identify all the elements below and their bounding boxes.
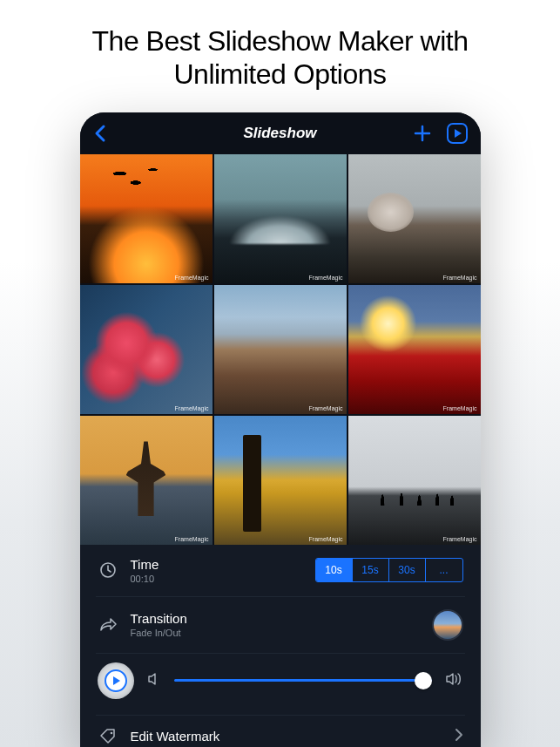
play-button[interactable] — [98, 662, 134, 699]
promo-headline: The Best Slideshow Maker with Unlimited … — [92, 24, 469, 92]
transition-label: Transition — [131, 611, 187, 626]
transition-label-block: Transition Fade In/Out — [131, 611, 187, 638]
play-icon — [105, 669, 127, 692]
transition-value: Fade In/Out — [131, 628, 187, 638]
photo-thumb[interactable]: FrameMagic — [214, 154, 347, 283]
edit-watermark-row[interactable]: Edit Watermark — [96, 716, 465, 747]
volume-low-icon — [146, 671, 162, 690]
watermark-label: FrameMagic — [443, 536, 477, 542]
back-button[interactable] — [92, 124, 108, 143]
device-frame: Slideshow FrameMagic FrameMagic FrameMag… — [80, 112, 481, 747]
photo-grid: FrameMagic FrameMagic FrameMagic FrameMa… — [80, 154, 481, 545]
volume-high-icon — [444, 671, 463, 690]
promo-line-1: The Best Slideshow Maker with — [92, 25, 469, 57]
preview-button[interactable] — [446, 122, 469, 145]
photo-thumb[interactable]: FrameMagic — [80, 416, 213, 545]
photo-thumb[interactable]: FrameMagic — [348, 285, 481, 414]
tag-icon — [98, 728, 118, 745]
photo-thumb[interactable]: FrameMagic — [80, 154, 213, 283]
duration-segmented-control: 10s 15s 30s ... — [315, 558, 463, 582]
watermark-label: FrameMagic — [309, 405, 343, 411]
duration-option-more[interactable]: ... — [426, 559, 462, 581]
watermark-label-text: Edit Watermark — [131, 729, 220, 744]
chevron-right-icon — [455, 728, 463, 745]
volume-slider[interactable] — [174, 672, 432, 689]
add-button[interactable] — [413, 124, 432, 143]
share-arrow-icon — [98, 617, 118, 633]
time-value: 00:10 — [131, 574, 159, 584]
transition-row[interactable]: Transition Fade In/Out — [96, 597, 465, 654]
audio-row — [96, 654, 465, 716]
volume-slider-thumb[interactable] — [415, 672, 432, 689]
duration-option-30s[interactable]: 30s — [389, 559, 426, 581]
photo-thumb[interactable]: FrameMagic — [214, 416, 347, 545]
watermark-label: FrameMagic — [443, 405, 477, 411]
photo-thumb[interactable]: FrameMagic — [348, 416, 481, 545]
duration-option-10s[interactable]: 10s — [316, 559, 353, 581]
nav-bar: Slideshow — [80, 112, 481, 154]
watermark-label: FrameMagic — [443, 275, 477, 281]
photo-thumb[interactable]: FrameMagic — [80, 285, 213, 414]
watermark-label: FrameMagic — [175, 405, 209, 411]
watermark-label: FrameMagic — [175, 275, 209, 281]
watermark-label: FrameMagic — [309, 536, 343, 542]
photo-thumb[interactable]: FrameMagic — [348, 154, 481, 283]
promo-line-2: Unlimited Options — [173, 58, 386, 90]
transition-preview-thumb — [432, 609, 463, 641]
duration-option-15s[interactable]: 15s — [353, 559, 389, 581]
svg-point-2 — [110, 731, 112, 734]
time-label-block: Time 00:10 — [131, 557, 159, 584]
settings-panel: Time 00:10 10s 15s 30s ... Transition Fa… — [80, 545, 481, 747]
time-row: Time 00:10 10s 15s 30s ... — [96, 545, 465, 597]
watermark-label: FrameMagic — [309, 275, 343, 281]
clock-icon — [98, 561, 118, 579]
watermark-label: FrameMagic — [175, 536, 209, 542]
time-label: Time — [131, 557, 159, 572]
photo-thumb[interactable]: FrameMagic — [214, 285, 347, 414]
